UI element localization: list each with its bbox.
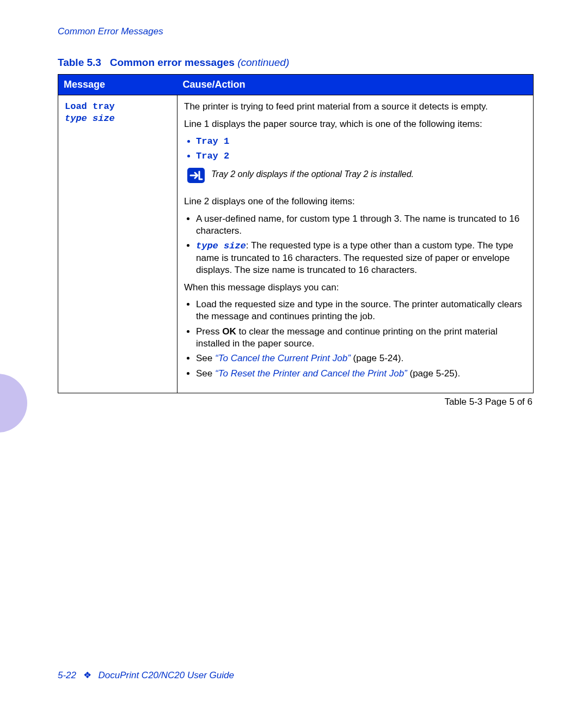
message-cell: Load tray type size [58,95,177,393]
list-item: Tray 2 [196,150,526,162]
footer-guide-title: DocuPrint C20/NC20 User Guide [99,670,234,680]
cause-p4: When this message displays you can: [184,282,526,294]
arrow-note-icon [187,168,205,186]
cross-ref-link[interactable]: “To Cancel the Current Print Job” [215,353,351,363]
type-size-inline: type size [196,241,246,251]
table-title-main: Common error messages [110,57,235,68]
table-pager: Table 5-3 Page 5 of 6 [58,397,534,407]
page-footer: 5-22 ❖ DocuPrint C20/NC20 User Guide [58,670,234,681]
li4c-pre: See [196,353,215,363]
cross-ref-link[interactable]: “To Reset the Printer and Cancel the Pri… [215,368,407,379]
cause-p1: The printer is trying to feed print mate… [184,101,526,113]
table-title-continued: (continued) [237,57,289,68]
list-item: See “To Cancel the Current Print Job” (p… [196,352,526,364]
li4d-pre: See [196,368,215,379]
list-item: Press OK to clear the message and contin… [196,326,526,350]
table-title: Table 5.3 Common error messages (continu… [58,57,534,69]
line2-list: A user-defined name, for custom type 1 t… [184,213,526,276]
list-item: type size: The requested type is a type … [196,240,526,276]
section-header: Common Error Messages [58,26,534,37]
message-line1: Load tray [65,101,115,112]
list-item: Tray 1 [196,136,526,148]
note-row: Tray 2 only displays if the optional Tra… [187,168,526,186]
tray-list: Tray 1 Tray 2 [184,136,526,163]
error-messages-table: Message Cause/Action Load tray type size… [58,74,534,393]
table-row: Load tray type size The printer is tryin… [58,95,534,393]
cause-p2: Line 1 displays the paper source tray, w… [184,118,526,130]
table-title-prefix: Table 5.3 [58,57,101,68]
col-header-cause-action: Cause/Action [177,75,534,95]
page-container: Common Error Messages Table 5.3 Common e… [0,0,588,706]
cause-action-cell: The printer is trying to feed print mate… [177,95,534,393]
list-item: See “To Reset the Printer and Cancel the… [196,368,526,380]
li4b-post: to clear the message and continue printi… [196,326,498,349]
list-item: Load the requested size and type in the … [196,299,526,322]
li4c-post: (page 5-24). [351,353,403,363]
footer-page-number: 5-22 [58,670,76,680]
actions-list: Load the requested size and type in the … [184,299,526,380]
diamond-icon: ❖ [83,670,91,680]
note-text: Tray 2 only displays if the optional Tra… [211,168,414,180]
ok-bold: OK [222,326,236,337]
list-item: A user-defined name, for custom type 1 t… [196,213,526,237]
message-line2: type size [65,113,115,124]
li4d-post: (page 5-25). [407,368,460,379]
col-header-message: Message [58,75,177,95]
li4b-pre: Press [196,326,222,337]
cause-p3: Line 2 displays one of the following ite… [184,196,526,208]
